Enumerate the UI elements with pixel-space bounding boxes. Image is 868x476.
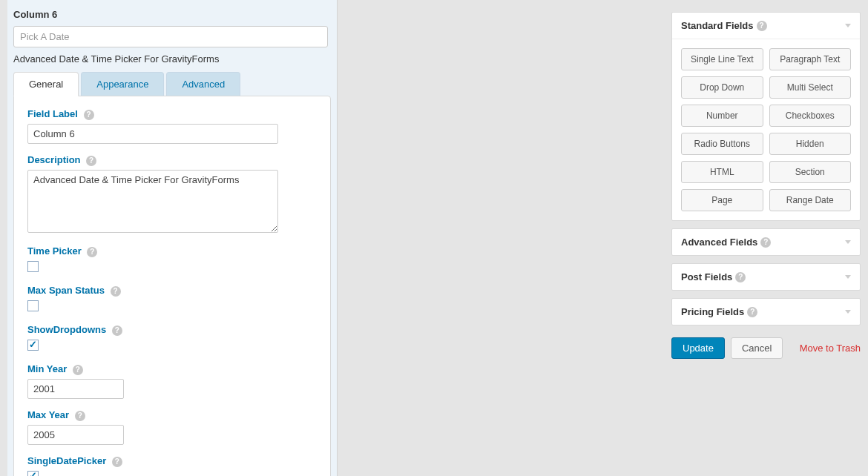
- field-type-button[interactable]: Page: [681, 189, 763, 211]
- pricing-fields-title: Pricing Fields: [681, 306, 744, 317]
- chevron-down-icon: [845, 24, 851, 27]
- tab-advanced[interactable]: Advanced: [166, 72, 240, 96]
- pricing-fields-header[interactable]: Pricing Fields ?: [672, 299, 860, 325]
- tab-appearance[interactable]: Appearance: [81, 72, 164, 96]
- chevron-down-icon: [845, 275, 851, 279]
- field-title: Column 6: [13, 9, 329, 20]
- show-dropdowns-checkbox[interactable]: [27, 340, 39, 351]
- help-icon[interactable]: ?: [757, 21, 767, 31]
- field-type-button[interactable]: Drop Down: [681, 76, 763, 99]
- help-icon[interactable]: ?: [75, 411, 85, 421]
- single-date-label: SingleDatePicker: [27, 455, 106, 466]
- field-type-button[interactable]: Radio Buttons: [681, 133, 763, 155]
- help-icon[interactable]: ?: [111, 286, 121, 297]
- update-button[interactable]: Update: [671, 337, 725, 359]
- field-subtitle: Advanced Date & Time Picker For GravityF…: [13, 53, 329, 65]
- field-type-button[interactable]: HTML: [681, 161, 763, 183]
- standard-fields-grid: Single Line TextParagraph TextDrop DownM…: [681, 48, 851, 211]
- settings-panel: Field Label ? Description ? Time Picker …: [13, 96, 331, 476]
- tab-general[interactable]: General: [13, 72, 79, 96]
- help-icon[interactable]: ?: [760, 237, 771, 248]
- help-icon[interactable]: ?: [735, 272, 746, 282]
- help-icon[interactable]: ?: [87, 247, 97, 257]
- description-input[interactable]: [27, 170, 278, 233]
- min-year-label: Min Year: [27, 363, 67, 374]
- show-dropdowns-label: ShowDropdowns: [27, 324, 106, 335]
- standard-fields-title: Standard Fields: [681, 20, 754, 31]
- time-picker-label: Time Picker: [27, 245, 82, 257]
- help-icon[interactable]: ?: [747, 307, 757, 317]
- max-year-input[interactable]: [27, 425, 124, 445]
- post-fields-title: Post Fields: [681, 271, 732, 282]
- description-label: Description: [27, 154, 81, 165]
- standard-fields-header[interactable]: Standard Fields ?: [672, 13, 860, 39]
- move-to-trash-link[interactable]: Move to Trash: [800, 343, 861, 354]
- field-type-button[interactable]: Checkboxes: [769, 105, 852, 127]
- field-type-button[interactable]: Paragraph Text: [769, 48, 852, 70]
- max-span-label: Max Span Status: [27, 285, 105, 296]
- field-label-input[interactable]: [27, 124, 278, 144]
- advanced-fields-header[interactable]: Advanced Fields ?: [672, 229, 860, 255]
- max-year-label: Max Year: [27, 409, 69, 420]
- actions-bar: Update Cancel Move to Trash: [671, 337, 861, 359]
- help-icon[interactable]: ?: [112, 325, 122, 336]
- advanced-fields-title: Advanced Fields: [681, 237, 757, 248]
- field-preview-panel: Column 6 Advanced Date & Time Picker For…: [7, 0, 338, 476]
- single-date-checkbox[interactable]: [27, 471, 39, 476]
- post-fields-header[interactable]: Post Fields ?: [672, 264, 860, 290]
- tabs: General Appearance Advanced: [13, 72, 331, 96]
- advanced-fields-section: Advanced Fields ?: [671, 228, 861, 256]
- time-picker-checkbox[interactable]: [27, 261, 39, 272]
- field-type-button[interactable]: Single Line Text: [681, 48, 763, 70]
- standard-fields-section: Standard Fields ? Single Line TextParagr…: [671, 12, 861, 221]
- help-icon[interactable]: ?: [84, 110, 94, 120]
- field-type-button[interactable]: Multi Select: [769, 76, 852, 99]
- field-label-label: Field Label: [27, 108, 78, 119]
- field-type-button[interactable]: Number: [681, 105, 763, 127]
- help-icon[interactable]: ?: [73, 365, 83, 375]
- cancel-button[interactable]: Cancel: [731, 337, 783, 359]
- min-year-input[interactable]: [27, 379, 124, 399]
- chevron-down-icon: [845, 310, 851, 314]
- help-icon[interactable]: ?: [86, 156, 96, 166]
- help-icon[interactable]: ?: [112, 457, 122, 467]
- field-type-button[interactable]: Hidden: [769, 133, 852, 155]
- pricing-fields-section: Pricing Fields ?: [671, 298, 861, 325]
- field-type-button[interactable]: Section: [769, 161, 852, 183]
- field-type-button[interactable]: Range Date: [769, 189, 852, 211]
- max-span-checkbox[interactable]: [27, 300, 39, 311]
- post-fields-section: Post Fields ?: [671, 263, 861, 291]
- chevron-down-icon: [845, 240, 851, 244]
- date-input[interactable]: [13, 26, 328, 47]
